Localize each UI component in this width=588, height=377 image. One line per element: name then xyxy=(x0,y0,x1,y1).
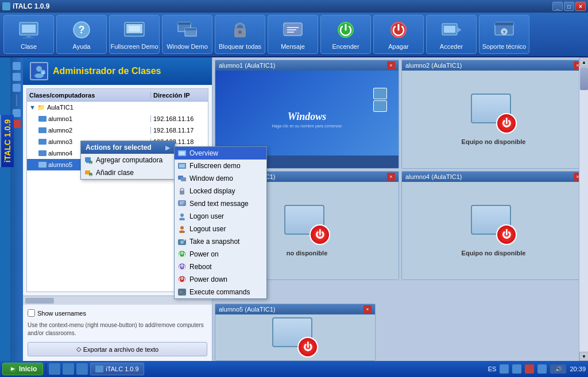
tray-icon-3[interactable] xyxy=(525,364,534,374)
toolbar-ayuda[interactable]: ? Ayuda xyxy=(56,15,107,54)
menu-power-on[interactable]: Power on xyxy=(175,248,266,261)
side-icon-4[interactable] xyxy=(13,109,21,117)
menu-anadir-clase[interactable]: + Añadir clase xyxy=(81,166,175,179)
svg-point-56 xyxy=(184,239,185,241)
context-menu-1-header: Actions for selected ▶ xyxy=(81,141,175,154)
menu-locked-display[interactable]: Locked display xyxy=(175,185,266,197)
minimize-button[interactable]: _ xyxy=(552,2,563,11)
toolbar-fullscreen[interactable]: Fullscreen Demo xyxy=(109,15,160,54)
card-alumno1-close[interactable]: × xyxy=(387,61,395,69)
window-demo-icon xyxy=(176,19,198,41)
svg-point-50 xyxy=(180,213,184,217)
pc-icon xyxy=(38,116,47,122)
soporte-label: Soporte técnico xyxy=(482,43,526,50)
svg-point-51 xyxy=(179,218,185,221)
power-down-menu-icon xyxy=(178,275,186,283)
ayuda-icon: ? xyxy=(71,19,92,41)
title-bar-buttons[interactable]: _ □ × xyxy=(552,2,586,11)
side-icon-2[interactable] xyxy=(13,73,21,81)
taskbar-browser-icon-2[interactable] xyxy=(63,363,74,375)
svg-rect-43 xyxy=(179,164,185,168)
scroll-down[interactable]: ▼ xyxy=(579,352,588,361)
taskbar-browser-icon-1[interactable] xyxy=(49,363,60,375)
support-toolbar-icon: ? xyxy=(493,19,515,41)
card-alumno4-title: alumno4 (AulaTIC1) xyxy=(405,173,462,180)
tray-icon-4[interactable] xyxy=(537,364,547,374)
side-icon-1[interactable] xyxy=(13,62,21,70)
menu-window-demo[interactable]: Window demo xyxy=(175,172,266,185)
menu-logon-user[interactable]: Logon user xyxy=(175,210,266,223)
tray-icon-1[interactable] xyxy=(500,364,509,374)
unavail-icon-5: ⏻ xyxy=(272,317,318,357)
menu-fullscreen-demo[interactable]: Fullscreen demo xyxy=(175,160,266,172)
italc-side-label: iTALC 1.0.9 xyxy=(0,115,14,167)
bloquear-label: Bloquear todas xyxy=(219,43,261,50)
svg-rect-46 xyxy=(180,191,184,195)
card-alumno3-close[interactable]: × xyxy=(387,173,395,181)
taskbar-app-label: iTALC 1.0.9 xyxy=(106,366,138,372)
toolbar-encender[interactable]: Encender xyxy=(320,15,371,54)
toolbar-soporte[interactable]: ? Soporte técnico xyxy=(479,15,529,54)
scroll-thumb[interactable] xyxy=(580,67,588,90)
maximize-button[interactable]: □ xyxy=(564,2,574,11)
menu-snapshot[interactable]: Take a snapshot xyxy=(175,235,266,248)
tree-root[interactable]: ▼ 📁 AulaTIC1 xyxy=(27,102,208,113)
close-button[interactable]: × xyxy=(575,2,586,11)
power-on-label: Power on xyxy=(189,250,219,258)
taskbar-divider xyxy=(45,363,47,375)
toolbar-apagar[interactable]: Apagar xyxy=(373,15,424,54)
svg-rect-8 xyxy=(129,26,140,32)
overview-menu-icon xyxy=(178,149,186,157)
menu-power-down[interactable]: Power down xyxy=(175,273,266,286)
unavail-text-2: Equipo no disponible xyxy=(462,138,526,145)
card-alumno4-titlebar: alumno4 (AulaTIC1) × xyxy=(402,172,585,182)
tray-icon-5[interactable]: 🔊 xyxy=(550,364,566,374)
toolbar-mensaje[interactable]: Mensaje xyxy=(268,15,318,54)
side-icon-5[interactable] xyxy=(13,120,21,128)
menu-agregar-computadora[interactable]: + Agregar computadora xyxy=(81,154,175,166)
side-icon-3[interactable] xyxy=(13,84,21,92)
fullscreen-demo-menu-icon xyxy=(178,162,186,170)
start-button[interactable]: Inicio xyxy=(2,363,43,375)
unavail-icon-3: ⏻ xyxy=(284,205,330,245)
tree-folder-icon: 📁 xyxy=(37,104,45,111)
vertical-scrollbar[interactable]: ▲ ▼ xyxy=(579,57,588,361)
tree-row-alumno2[interactable]: alumno2 192.168.11.17 xyxy=(27,125,208,136)
show-usernames-checkbox[interactable] xyxy=(28,309,35,317)
export-button[interactable]: ◇ Exportar a archivo de texto xyxy=(28,342,207,356)
lock-all-icon xyxy=(229,19,251,41)
unavail-icon-4: ⏻ xyxy=(471,205,517,245)
acceder-label: Acceder xyxy=(440,43,463,50)
card-alumno4: alumno4 (AulaTIC1) × ⏻ Equipo no disponi… xyxy=(401,171,586,280)
menu-reboot[interactable]: Reboot xyxy=(175,261,266,273)
tray-icon-2[interactable] xyxy=(512,364,521,374)
svg-marker-24 xyxy=(457,27,462,33)
hint-text: Use the context-menu (right mouse-button… xyxy=(28,321,207,337)
h-thumb[interactable] xyxy=(25,298,54,304)
card-alumno2-title: alumno2 (AulaTIC1) xyxy=(405,62,462,69)
encender-label: Encender xyxy=(332,43,359,50)
power-badge: ⏻ xyxy=(496,113,517,134)
taskbar-browser-icon-3[interactable] xyxy=(76,363,88,375)
toolbar-bloquear[interactable]: Bloquear todas xyxy=(215,15,265,54)
tree-row-alumno1[interactable]: alumno1 192.168.11.16 xyxy=(27,113,208,125)
send-text-menu-icon xyxy=(178,200,186,208)
card-alumno2-titlebar: alumno2 (AulaTIC1) × xyxy=(402,60,585,71)
svg-rect-3 xyxy=(23,37,34,38)
menu-execute[interactable]: >_ Execute commands xyxy=(175,286,266,298)
toolbar-acceder[interactable]: Acceder xyxy=(426,15,477,54)
taskbar-italc[interactable]: iTALC 1.0.9 xyxy=(90,363,144,375)
scroll-up[interactable]: ▲ xyxy=(579,57,588,67)
svg-point-29 xyxy=(36,66,42,72)
menu-logout-user[interactable]: Logout user xyxy=(175,223,266,235)
menu-send-text[interactable]: Send text message xyxy=(175,197,266,210)
svg-text:+: + xyxy=(90,173,92,177)
toolbar-window[interactable]: Window Demo xyxy=(162,15,212,54)
clase-icon xyxy=(18,19,40,41)
menu-overview[interactable]: Overview xyxy=(175,147,266,160)
card-alumno5-close[interactable]: × xyxy=(363,305,372,313)
fullscreen-demo-label: Fullscreen demo xyxy=(189,162,241,170)
toolbar-clase[interactable]: Clase xyxy=(3,15,54,54)
windows-start-icon xyxy=(9,365,17,373)
scroll-track[interactable] xyxy=(579,67,588,352)
